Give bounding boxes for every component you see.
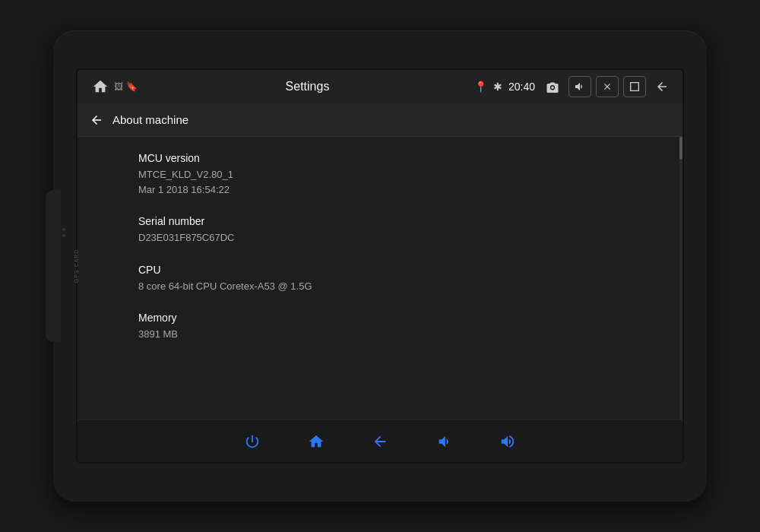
location-icon: 📍 [474,81,487,93]
mcu-label: MCU version [138,152,622,164]
bookmark-icon: 🔖 [126,81,138,92]
status-bar: 🖼 🔖 Settings 📍 ✱ 20:40 [78,70,682,103]
back-nav-button[interactable] [651,76,673,97]
media-icons: 🖼 🔖 [114,81,138,92]
time-display: 20:40 [508,81,535,93]
window-button[interactable] [623,76,646,97]
camera-button[interactable] [541,76,564,97]
side-dots [62,228,65,237]
page-header: About machine [78,103,682,137]
cpu-section: CPU 8 core 64-bit CPU Coretex-A53 @ 1.5G [138,264,622,294]
volume-button[interactable] [568,76,591,97]
page-back-button[interactable] [90,113,103,127]
top-controls [541,76,673,97]
screen: 🖼 🔖 Settings 📍 ✱ 20:40 [76,68,684,464]
car-unit-device: GPS CARD 🖼 🔖 Settings 📍 ✱ 20:40 [53,30,707,502]
volume-down-button[interactable] [430,428,458,455]
status-icons: 📍 ✱ [474,81,502,93]
info-content: MCU version MTCE_KLD_V2.80_1 Mar 1 2018 … [78,137,682,420]
home-button[interactable] [302,428,330,455]
bluetooth-icon: ✱ [493,81,502,93]
memory-section: Memory 3891 MB [138,312,622,342]
mcu-date: Mar 1 2018 16:54:22 [138,182,622,198]
back-button[interactable] [366,428,394,455]
memory-value: 3891 MB [138,327,622,342]
page-title: About machine [112,113,188,126]
power-button[interactable] [239,428,266,455]
serial-value: D23E031F875C67DC [138,230,622,245]
volume-up-button[interactable] [494,428,521,455]
scrollbar-thumb[interactable] [679,137,682,160]
serial-section: Serial number D23E031F875C67DC [138,215,622,245]
image-icon: 🖼 [114,81,123,92]
scrollbar-track [679,137,682,420]
memory-label: Memory [138,312,622,324]
close-button[interactable] [596,76,619,97]
content-area: About machine MCU version MTCE_KLD_V2.80… [78,103,682,420]
home-nav-button[interactable] [87,73,114,100]
cpu-label: CPU [138,264,622,276]
settings-title: Settings [141,80,474,93]
bottom-bar [78,420,682,462]
serial-label: Serial number [138,215,622,227]
mcu-version: MTCE_KLD_V2.80_1 [138,167,622,182]
cpu-value: 8 core 64-bit CPU Coretex-A53 @ 1.5G [138,279,622,294]
mcu-section: MCU version MTCE_KLD_V2.80_1 Mar 1 2018 … [138,152,622,197]
